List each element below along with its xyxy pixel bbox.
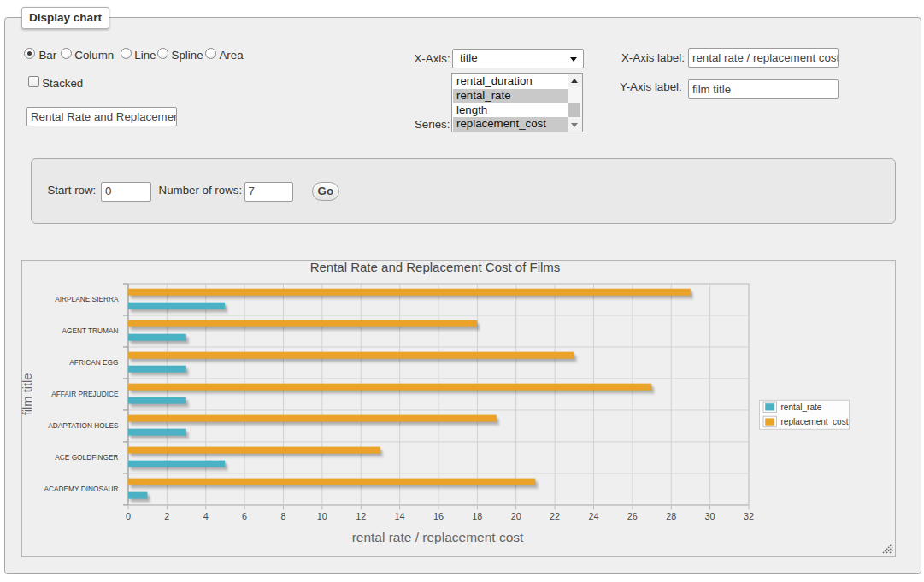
svg-text:26: 26 <box>627 511 638 521</box>
svg-text:AIRPLANE SIERRA: AIRPLANE SIERRA <box>55 295 119 303</box>
svg-text:ACADEMY DINOSAUR: ACADEMY DINOSAUR <box>44 485 119 493</box>
svg-text:32: 32 <box>744 511 754 521</box>
svg-text:22: 22 <box>550 511 560 521</box>
svg-text:Rental Rate and Replacement Co: Rental Rate and Replacement Cost of Film… <box>310 260 561 274</box>
svg-text:AFFAIR PREJUDICE: AFFAIR PREJUDICE <box>51 390 119 398</box>
svg-text:2: 2 <box>164 511 169 521</box>
svg-text:0: 0 <box>126 511 131 521</box>
svg-text:rental rate / replacement cost: rental rate / replacement cost <box>352 530 524 544</box>
svg-text:ACE GOLDFINGER: ACE GOLDFINGER <box>55 453 118 461</box>
svg-text:replacement_cost: replacement_cost <box>781 417 849 426</box>
svg-text:30: 30 <box>705 511 715 521</box>
svg-text:rental_rate: rental_rate <box>781 403 822 412</box>
svg-text:12: 12 <box>356 511 366 521</box>
svg-text:8: 8 <box>280 511 285 521</box>
svg-text:20: 20 <box>511 511 521 521</box>
svg-text:ADAPTATION HOLES: ADAPTATION HOLES <box>48 421 119 430</box>
svg-text:14: 14 <box>395 511 405 521</box>
svg-text:AFRICAN EGG: AFRICAN EGG <box>69 358 118 367</box>
svg-text:film title: film title <box>21 373 34 415</box>
svg-text:4: 4 <box>203 511 209 521</box>
svg-text:16: 16 <box>433 511 444 521</box>
svg-text:10: 10 <box>317 511 327 521</box>
svg-text:AGENT TRUMAN: AGENT TRUMAN <box>62 326 118 335</box>
svg-text:24: 24 <box>588 511 598 521</box>
svg-text:18: 18 <box>472 511 482 521</box>
svg-text:28: 28 <box>666 511 676 521</box>
svg-text:6: 6 <box>242 511 247 521</box>
